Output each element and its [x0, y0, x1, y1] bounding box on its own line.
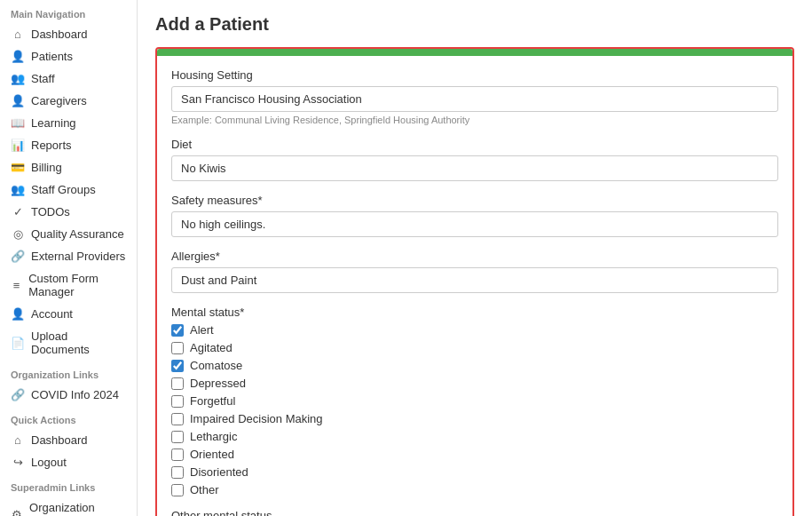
sidebar-item-staff[interactable]: 👥 Staff — [0, 67, 137, 90]
sidebar-item-patients[interactable]: 👤 Patients — [0, 45, 137, 67]
mental-status-option-oriented: Oriented — [171, 448, 778, 461]
housing-setting-hint: Example: Communal Living Residence, Spri… — [171, 115, 778, 125]
main-nav-title: Main Navigation — [0, 0, 137, 23]
sidebar-item-label: Billing — [31, 161, 62, 174]
sidebar-item-label: Caregivers — [31, 94, 87, 107]
diet-input[interactable] — [171, 155, 778, 181]
progress-bar-container — [157, 49, 792, 56]
checkbox-alert[interactable] — [171, 324, 184, 337]
mental-status-option-comatose: Comatose — [171, 359, 778, 372]
sidebar-item-label: Quality Assurance — [31, 227, 124, 241]
learning-icon: 📖 — [11, 116, 25, 130]
mental-status-option-alert: Alert — [171, 323, 778, 337]
checkbox-label-agitated: Agitated — [190, 341, 233, 354]
checkbox-depressed[interactable] — [171, 377, 184, 390]
mental-status-option-impaired-decision: Impaired Decision Making — [171, 412, 778, 425]
main-content: Add a Patient Housing Setting Example: C… — [138, 0, 812, 516]
reports-icon: 📊 — [11, 139, 25, 152]
dashboard-icon: ⌂ — [11, 28, 25, 41]
housing-setting-group: Housing Setting Example: Communal Living… — [171, 68, 778, 125]
sidebar-item-label: External Providers — [31, 250, 125, 263]
checkbox-oriented[interactable] — [171, 449, 184, 461]
sidebar-item-learning[interactable]: 📖 Learning — [0, 112, 137, 134]
sidebar-item-reports[interactable]: 📊 Reports — [0, 134, 137, 156]
sidebar-item-label: Organization Settings — [29, 501, 126, 516]
page-title: Add a Patient — [155, 14, 794, 35]
sidebar-item-staff-groups[interactable]: 👥 Staff Groups — [0, 179, 137, 201]
sidebar-item-label: Upload Documents — [31, 329, 126, 356]
mental-status-group: Mental status* AlertAgitatedComatoseDepr… — [171, 306, 778, 496]
mental-status-checkboxes: AlertAgitatedComatoseDepressedForgetfulI… — [171, 323, 778, 496]
checkbox-label-oriented: Oriented — [190, 448, 234, 461]
qa-dashboard-icon: ⌂ — [11, 433, 25, 447]
mental-status-option-forgetful: Forgetful — [171, 394, 778, 408]
other-mental-status-group: Other mental status — [171, 509, 778, 516]
caregivers-icon: 👤 — [11, 94, 25, 107]
upload-documents-icon: 📄 — [11, 337, 25, 350]
allergies-label: Allergies* — [171, 250, 778, 263]
todos-icon: ✓ — [11, 205, 25, 218]
sidebar-item-label: Staff — [31, 72, 55, 85]
checkbox-disoriented[interactable] — [171, 466, 184, 479]
checkbox-label-disoriented: Disoriented — [190, 465, 248, 479]
billing-icon: 💳 — [11, 161, 25, 174]
sidebar-item-custom-form-manager[interactable]: ≡ Custom Form Manager — [0, 267, 137, 303]
sidebar-item-dashboard[interactable]: ⌂ Dashboard — [0, 23, 137, 45]
mental-status-option-other: Other — [171, 483, 778, 496]
diet-group: Diet — [171, 138, 778, 181]
mental-status-option-agitated: Agitated — [171, 341, 778, 354]
other-mental-status-label: Other mental status — [171, 509, 778, 516]
form-body: Housing Setting Example: Communal Living… — [157, 56, 792, 516]
checkbox-lethargic[interactable] — [171, 431, 184, 443]
checkbox-label-other: Other — [190, 483, 219, 496]
custom-form-manager-icon: ≡ — [11, 279, 22, 292]
checkbox-label-depressed: Depressed — [190, 377, 246, 390]
housing-setting-label: Housing Setting — [171, 68, 778, 82]
external-providers-icon: 🔗 — [11, 250, 25, 263]
mental-status-option-depressed: Depressed — [171, 377, 778, 390]
sidebar-item-covid-info[interactable]: 🔗 COVID Info 2024 — [0, 384, 137, 406]
sidebar-item-label: Dashboard — [31, 28, 88, 41]
staff-groups-icon: 👥 — [11, 183, 25, 196]
checkbox-forgetful[interactable] — [171, 395, 184, 408]
checkbox-label-lethargic: Lethargic — [190, 430, 237, 443]
sidebar-item-todos[interactable]: ✓ TODOs — [0, 201, 137, 223]
checkbox-label-alert: Alert — [190, 323, 214, 337]
logout-icon: ↪ — [11, 456, 25, 469]
patients-icon: 👤 — [11, 50, 25, 63]
add-patient-form-card: Housing Setting Example: Communal Living… — [155, 47, 794, 516]
sidebar-item-label: TODOs — [31, 205, 70, 218]
sidebar-item-account[interactable]: 👤 Account — [0, 303, 137, 325]
checkbox-comatose[interactable] — [171, 360, 184, 372]
sidebar-item-upload-documents[interactable]: 📄 Upload Documents — [0, 325, 137, 361]
sidebar-item-external-providers[interactable]: 🔗 External Providers — [0, 245, 137, 267]
sidebar-item-qa-dashboard[interactable]: ⌂ Dashboard — [0, 429, 137, 451]
checkbox-label-impaired-decision: Impaired Decision Making — [190, 412, 323, 425]
sidebar-item-label: Patients — [31, 50, 73, 63]
covid-info-icon: 🔗 — [11, 388, 25, 401]
quick-actions-title: Quick Actions — [0, 406, 137, 429]
safety-input[interactable] — [171, 211, 778, 237]
sidebar-item-label: Logout — [31, 456, 67, 469]
housing-setting-input[interactable] — [171, 86, 778, 112]
staff-icon: 👥 — [11, 72, 25, 85]
sidebar-item-caregivers[interactable]: 👤 Caregivers — [0, 90, 137, 112]
checkbox-label-comatose: Comatose — [190, 359, 242, 372]
mental-status-option-disoriented: Disoriented — [171, 465, 778, 479]
sidebar-item-label: Staff Groups — [31, 183, 96, 196]
allergies-input[interactable] — [171, 267, 778, 293]
sidebar-item-label: Learning — [31, 116, 76, 130]
sidebar-item-label: Reports — [31, 139, 72, 152]
progress-bar-fill — [157, 49, 792, 56]
checkbox-impaired-decision[interactable] — [171, 413, 184, 425]
superadmin-title: Superadmin Links — [0, 473, 137, 496]
sidebar-item-quality-assurance[interactable]: ◎ Quality Assurance — [0, 223, 137, 245]
checkbox-agitated[interactable] — [171, 342, 184, 354]
checkbox-other[interactable] — [171, 484, 184, 496]
checkbox-label-forgetful: Forgetful — [190, 394, 235, 408]
sidebar-item-logout[interactable]: ↪ Logout — [0, 451, 137, 473]
sidebar-item-label: COVID Info 2024 — [31, 388, 119, 401]
allergies-group: Allergies* — [171, 250, 778, 293]
sidebar-item-org-settings[interactable]: ⚙ Organization Settings — [0, 496, 137, 516]
sidebar-item-billing[interactable]: 💳 Billing — [0, 156, 137, 179]
